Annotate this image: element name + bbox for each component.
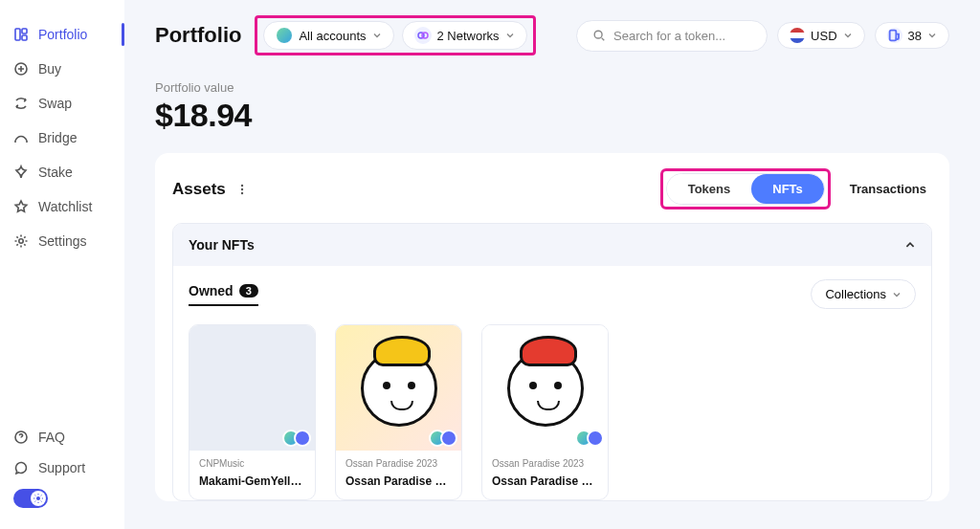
sidebar-item-settings[interactable]: Settings [0, 224, 124, 258]
nft-card[interactable]: Ossan Paradise 2023 Ossan Paradise 2023 … [481, 324, 609, 500]
chevron-down-icon [843, 31, 853, 40]
networks-selector[interactable]: 2 Networks [402, 21, 527, 50]
main-content: Portfolio All accounts 2 Networks [124, 0, 980, 529]
tab-transactions[interactable]: Transactions [844, 174, 932, 204]
search-placeholder: Search for a token... [613, 29, 725, 43]
collections-selector[interactable]: Collections [811, 279, 916, 309]
sidebar-item-label: Support [38, 460, 85, 475]
gas-value: 38 [908, 29, 922, 43]
nft-card[interactable]: Ossan Paradise 2023 Ossan Paradise 2023 … [335, 324, 462, 500]
sidebar-item-portfolio[interactable]: Portfolio [0, 17, 124, 52]
svg-rect-0 [15, 29, 20, 40]
nft-collection-name: CNPMusic [199, 458, 305, 469]
sidebar-item-label: Buy [38, 61, 61, 77]
chevron-down-icon [505, 31, 515, 40]
chevron-down-icon [372, 31, 382, 40]
sidebar-item-swap[interactable]: Swap [0, 86, 124, 121]
chain-badge-icon [587, 430, 604, 447]
nft-collection-name: Ossan Paradise 2023 [492, 458, 598, 469]
account-avatar-icon [276, 27, 293, 44]
nft-chain-badges [575, 430, 604, 447]
more-vert-icon[interactable] [235, 183, 249, 196]
collections-label: Collections [825, 287, 886, 301]
sidebar-item-stake[interactable]: Stake [0, 155, 124, 189]
svg-point-9 [594, 31, 602, 38]
portfolio-value-label: Portfolio value [155, 80, 949, 95]
svg-point-4 [19, 239, 23, 243]
plus-circle-icon [13, 61, 29, 77]
top-bar: Portfolio All accounts 2 Networks [155, 15, 949, 55]
sidebar-item-label: Settings [38, 233, 87, 249]
currency-label: USD [811, 29, 836, 43]
your-nfts-label: Your NFTs [189, 237, 255, 253]
accounts-label: All accounts [299, 29, 366, 43]
portfolio-icon [13, 27, 29, 42]
page-title: Portfolio [155, 23, 241, 48]
svg-rect-2 [22, 35, 27, 40]
your-nfts-header[interactable]: Your NFTs [173, 224, 931, 266]
networks-label: 2 Networks [437, 29, 500, 43]
highlight-tokens-nfts: Tokens NFTs [660, 168, 831, 209]
accounts-selector[interactable]: All accounts [263, 21, 393, 50]
stake-icon [13, 165, 29, 180]
sidebar-item-label: Bridge [38, 130, 77, 145]
gear-icon [13, 233, 29, 249]
nft-chain-badges [429, 430, 457, 447]
chain-badge-icon [294, 430, 311, 447]
sidebar-item-label: Portfolio [38, 27, 87, 42]
your-nfts-panel: Your NFTs Owned 3 Collections [172, 223, 932, 501]
portfolio-value: $18.94 [155, 97, 949, 134]
network-icon [414, 27, 432, 44]
chat-icon [13, 460, 29, 475]
chevron-up-icon [904, 239, 916, 251]
gas-selector[interactable]: 38 [875, 22, 949, 49]
svg-point-13 [241, 191, 243, 193]
currency-selector[interactable]: USD [777, 22, 864, 49]
toggle-knob [31, 491, 46, 506]
nft-chain-badges [282, 430, 311, 447]
nft-card[interactable]: CNPMusic Makami-GemYellow #... [189, 324, 316, 500]
sidebar-item-faq[interactable]: FAQ [0, 422, 124, 452]
tab-tokens[interactable]: Tokens [667, 174, 752, 204]
assets-title: Assets [172, 180, 226, 199]
chevron-down-icon [927, 31, 937, 40]
owned-count-badge: 3 [239, 284, 258, 298]
owned-tab[interactable]: Owned 3 [189, 283, 258, 306]
chain-badge-icon [440, 430, 457, 447]
nft-collection-name: Ossan Paradise 2023 [345, 458, 452, 469]
swap-icon [13, 96, 29, 111]
nft-thumbnail [189, 325, 315, 451]
tab-nfts[interactable]: NFTs [751, 174, 824, 204]
svg-point-6 [36, 496, 40, 500]
chevron-down-icon [892, 290, 902, 299]
sidebar-item-support[interactable]: Support [0, 452, 124, 483]
sidebar-item-label: Stake [38, 165, 73, 180]
svg-point-11 [241, 184, 243, 186]
nft-thumbnail [336, 325, 461, 451]
svg-point-12 [241, 187, 243, 189]
sidebar-item-label: Swap [38, 96, 72, 111]
sidebar-item-watchlist[interactable]: Watchlist [0, 189, 124, 224]
nft-thumbnail [482, 325, 608, 451]
bridge-icon [13, 130, 29, 145]
search-icon [592, 29, 606, 42]
svg-rect-10 [889, 31, 896, 41]
gas-icon [887, 28, 902, 43]
owned-label: Owned [189, 283, 234, 298]
sidebar-item-bridge[interactable]: Bridge [0, 121, 124, 155]
highlight-accounts-networks: All accounts 2 Networks [255, 15, 535, 55]
svg-rect-1 [22, 29, 27, 33]
assets-panel: Assets Tokens NFTs Transactions Y [155, 153, 949, 501]
assets-segmented: Tokens NFTs [666, 173, 825, 205]
nft-title: Makami-GemYellow #... [199, 474, 305, 488]
us-flag-icon [790, 28, 805, 43]
svg-point-8 [422, 33, 428, 38]
nft-title: Ossan Paradise 2023 ... [345, 474, 452, 488]
question-circle-icon [13, 430, 29, 445]
sidebar-item-label: Watchlist [38, 199, 92, 214]
sidebar-item-label: FAQ [38, 430, 65, 445]
search-input[interactable]: Search for a token... [576, 20, 768, 52]
theme-toggle[interactable] [13, 489, 48, 508]
nft-cards: CNPMusic Makami-GemYellow #... [189, 324, 916, 500]
sidebar-item-buy[interactable]: Buy [0, 52, 124, 86]
